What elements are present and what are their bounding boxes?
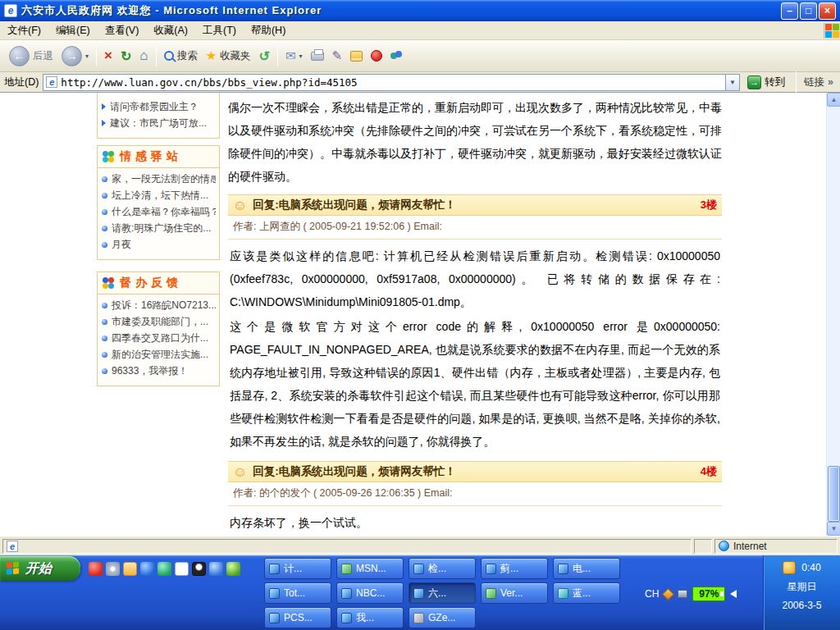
task-button-1[interactable]: 计... xyxy=(264,558,331,579)
sidebar-link-label[interactable]: 96333，我举报！ xyxy=(112,363,188,379)
quicklaunch-folder-icon[interactable] xyxy=(123,562,137,576)
task-button-10[interactable]: 蓝... xyxy=(553,582,620,604)
sidebar-link-label[interactable]: 四季春交叉路口为什... xyxy=(112,330,208,346)
minimize-button[interactable]: – xyxy=(781,2,798,20)
vertical-scrollbar[interactable]: ▲ ▼ xyxy=(826,93,840,536)
forward-button[interactable]: → ▾ xyxy=(57,44,93,68)
quicklaunch-disc-icon[interactable] xyxy=(106,562,120,576)
favorites-button[interactable]: ★ 收藏夹 xyxy=(202,47,255,65)
quicklaunch-globe-icon[interactable] xyxy=(158,562,171,576)
address-input[interactable]: e http://www.luan.gov.cn/bbs/bbs_view.ph… xyxy=(43,74,740,91)
messenger-button[interactable] xyxy=(386,49,406,62)
page-icon: e xyxy=(46,76,57,88)
home-button[interactable]: ⌂ xyxy=(135,46,152,66)
quicklaunch-ie-icon[interactable] xyxy=(209,562,223,576)
task-button-7[interactable]: NBC... xyxy=(336,582,404,604)
search-button[interactable]: 搜索 xyxy=(160,48,202,65)
discuss-button[interactable] xyxy=(346,49,367,63)
history-button[interactable]: ↺ xyxy=(255,47,274,66)
menu-file[interactable]: 文件(F) xyxy=(0,21,48,39)
start-flag-icon xyxy=(7,561,21,575)
discuss-icon xyxy=(350,51,363,62)
sidebar-link[interactable]: 建议：市民广场可放... xyxy=(102,115,216,131)
forward-icon: → xyxy=(62,46,82,66)
quicklaunch-green-icon[interactable] xyxy=(226,562,240,576)
menu-view[interactable]: 查看(V) xyxy=(98,21,147,39)
refresh-button[interactable]: ↻ xyxy=(116,47,135,66)
task-button-11[interactable]: PCS... xyxy=(264,607,331,628)
forward-dropdown-icon[interactable]: ▾ xyxy=(85,52,89,60)
task-button-12[interactable]: 我... xyxy=(336,607,404,628)
bullet-dot-icon xyxy=(102,226,107,231)
menu-edit[interactable]: 编辑(E) xyxy=(48,21,98,39)
tray-card-icon[interactable] xyxy=(678,590,687,598)
links-chevron-icon[interactable]: » xyxy=(828,76,833,88)
quick-launch-bar xyxy=(89,559,240,578)
volume-icon[interactable] xyxy=(730,590,737,598)
sidebar-link[interactable]: 四季春交叉路口为什... xyxy=(102,330,216,346)
sidebar-link[interactable]: 投诉：16路皖NO7213... xyxy=(102,297,216,313)
scroll-down-button[interactable]: ▼ xyxy=(827,522,840,536)
task-button-9[interactable]: Ver... xyxy=(481,582,548,604)
sidebar-link[interactable]: 请问帝都景园业主？ xyxy=(102,98,216,115)
print-button[interactable] xyxy=(307,50,328,62)
start-button[interactable]: 开始 xyxy=(0,556,80,581)
tray-shield-icon[interactable] xyxy=(662,587,675,600)
quicklaunch-page-icon[interactable] xyxy=(175,562,189,576)
task-window-icon xyxy=(413,564,424,574)
sidebar-link-label[interactable]: 建议：市民广场可放... xyxy=(110,115,207,131)
sidebar-link[interactable]: 月夜 xyxy=(102,236,216,253)
print-icon xyxy=(311,52,324,61)
task-button-msn[interactable]: MSN... xyxy=(336,558,404,579)
mail-dropdown-icon[interactable]: ▾ xyxy=(299,52,303,60)
sidebar-link[interactable]: 新的治安管理法实施... xyxy=(102,346,216,363)
sidebar-link[interactable]: 请教:明珠广场住宅的... xyxy=(102,220,216,236)
quicklaunch-player-icon[interactable] xyxy=(140,562,154,576)
task-button-4[interactable]: 蓟... xyxy=(481,558,548,579)
tray-smiley-icon[interactable] xyxy=(783,561,796,574)
sidebar-link-label[interactable]: 市建委及职能部门，... xyxy=(112,313,208,330)
sidebar-link-label[interactable]: 新的治安管理法实施... xyxy=(112,346,208,363)
sidebar-link-label[interactable]: 请教:明珠广场住宅的... xyxy=(112,220,211,236)
sidebar-link-label[interactable]: 家，一段无法割舍的情感 xyxy=(112,171,216,187)
task-button-active-luan[interactable]: 六... xyxy=(409,582,476,604)
menu-favorites[interactable]: 收藏(A) xyxy=(146,21,195,39)
sidebar-link-label[interactable]: 月夜 xyxy=(112,236,131,253)
scrollbar-thumb[interactable] xyxy=(828,466,840,522)
back-button[interactable]: ← 后退 xyxy=(5,44,57,68)
sidebar-link-label[interactable]: 投诉：16路皖NO7213... xyxy=(112,297,216,313)
quicklaunch-qq-icon[interactable] xyxy=(192,562,206,576)
edit-button[interactable]: ✎ xyxy=(328,47,347,65)
qq-button[interactable] xyxy=(367,48,386,63)
sidebar-link-label[interactable]: 什么是幸福？你幸福吗？ xyxy=(112,203,216,220)
scroll-up-button[interactable]: ▲ xyxy=(827,93,840,107)
links-menu[interactable]: 链接 » xyxy=(804,75,836,89)
task-button-13[interactable]: GZe... xyxy=(409,607,476,628)
address-dropdown-icon[interactable]: ▼ xyxy=(725,75,739,90)
mail-button[interactable]: ✉ ▾ xyxy=(281,47,307,65)
menu-help[interactable]: 帮助(H) xyxy=(244,21,293,39)
reply-title: 回复:电脑系统出现问题，烦请网友帮忙！ xyxy=(253,198,456,212)
ime-language-indicator[interactable]: CH xyxy=(645,588,659,600)
sidebar-link[interactable]: 96333，我举报！ xyxy=(102,363,216,379)
sidebar-link[interactable]: 市建委及职能部门，... xyxy=(102,313,216,330)
toolbar-separator xyxy=(277,45,278,66)
task-button-6[interactable]: Tot... xyxy=(264,582,331,604)
task-ie-icon xyxy=(413,588,424,599)
maximize-button[interactable]: □ xyxy=(800,2,817,20)
task-button-3[interactable]: 检... xyxy=(409,558,476,579)
go-button[interactable]: → 转到 xyxy=(744,75,788,90)
sidebar-link[interactable]: 坛上冷清，坛下热情... xyxy=(102,187,216,203)
sidebar-link-label[interactable]: 请问帝都景园业主？ xyxy=(110,98,199,115)
sidebar-link[interactable]: 家，一段无法割舍的情感 xyxy=(102,171,216,187)
taskbar: 开始 计... MSN... 检... 蓟... 电... Tot... NBC… xyxy=(0,555,840,630)
stop-button[interactable]: × xyxy=(100,46,116,66)
sidebar-link-label[interactable]: 坛上冷清，坛下热情... xyxy=(112,187,208,203)
address-url[interactable]: http://www.luan.gov.cn/bbs/bbs_view.php?… xyxy=(61,76,722,89)
sidebar-link[interactable]: 什么是幸福？你幸福吗？ xyxy=(102,203,216,220)
close-button[interactable]: × xyxy=(819,2,836,20)
task-window-icon xyxy=(269,613,280,623)
task-button-5[interactable]: 电... xyxy=(553,558,620,579)
quicklaunch-media-icon[interactable] xyxy=(89,562,103,576)
menu-tools[interactable]: 工具(T) xyxy=(195,21,244,39)
